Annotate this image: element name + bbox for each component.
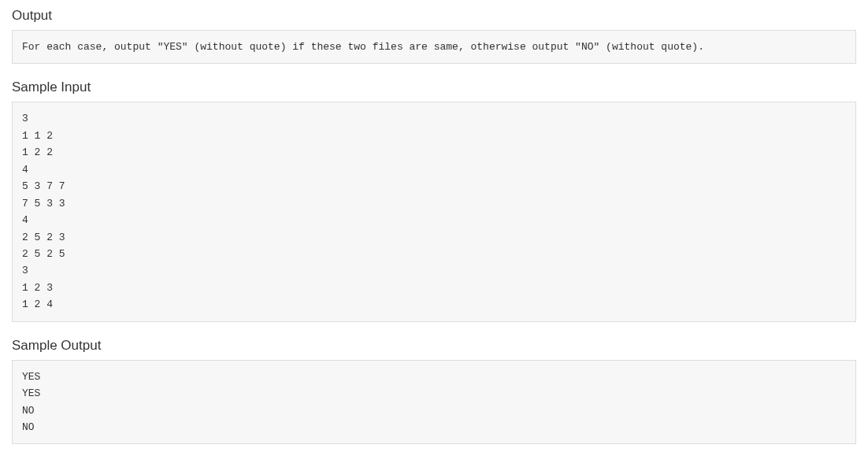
output-title: Output	[12, 8, 856, 24]
sample-input-section: Sample Input 3 1 1 2 1 2 2 4 5 3 7 7 7 5…	[12, 80, 856, 321]
sample-input-content: 3 1 1 2 1 2 2 4 5 3 7 7 7 5 3 3 4 2 5 2 …	[12, 102, 856, 321]
sample-output-title: Sample Output	[12, 338, 856, 354]
output-content: For each case, output "YES" (without quo…	[12, 30, 856, 64]
sample-output-content: YES YES NO NO	[12, 360, 856, 445]
output-section: Output For each case, output "YES" (with…	[12, 8, 856, 64]
sample-input-title: Sample Input	[12, 80, 856, 95]
sample-output-section: Sample Output YES YES NO NO	[12, 338, 856, 445]
